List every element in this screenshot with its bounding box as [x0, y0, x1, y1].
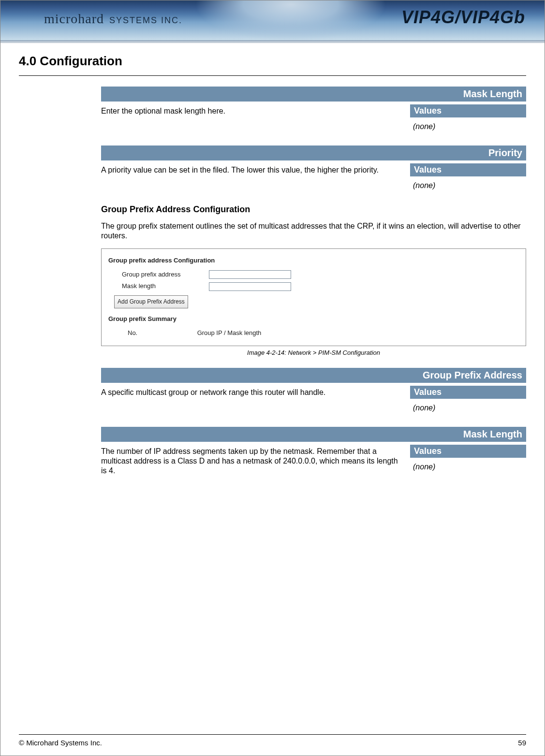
param-values: Values (none): [410, 386, 526, 412]
config-screenshot-panel: Group prefix address Configuration Group…: [101, 248, 526, 346]
header-banner: microhard SYSTEMS INC. VIP4G/VIP4Gb: [0, 0, 545, 40]
banner-highlight: [175, 0, 407, 40]
values-label: Values: [410, 104, 526, 117]
param-body: Enter the optional mask length here. Val…: [101, 104, 526, 131]
shot-label-group-prefix-address: Group prefix address: [122, 269, 209, 281]
add-group-prefix-address-button[interactable]: Add Group Prefix Address: [114, 295, 188, 308]
main-column: Mask Length Enter the optional mask leng…: [101, 87, 526, 476]
param-body: The number of IP address segments taken …: [101, 445, 526, 476]
product-name: VIP4G/VIP4Gb: [401, 7, 525, 28]
footer-divider: [19, 734, 526, 735]
param-block-group-prefix-address: Group Prefix Address A specific multicas…: [101, 368, 526, 412]
param-description: A specific multicast group or network ra…: [101, 386, 406, 397]
section-title: 4.0 Configuration: [19, 54, 526, 69]
param-block-priority: Priority A priority value can be set in …: [101, 145, 526, 190]
page: microhard SYSTEMS INC. VIP4G/VIP4Gb 4.0 …: [0, 0, 545, 756]
values-default: (none): [410, 399, 526, 412]
footer-copyright: © Microhard Systems Inc.: [19, 739, 102, 747]
values-label: Values: [410, 445, 526, 458]
values-default: (none): [410, 117, 526, 131]
shot-summary-header: Group prefix Summary: [108, 313, 519, 325]
shot-label-mask-length: Mask length: [122, 280, 209, 292]
company-logo: microhard SYSTEMS INC.: [44, 11, 182, 27]
group-prefix-address-input[interactable]: [209, 270, 291, 279]
page-footer: © Microhard Systems Inc. 59: [19, 734, 526, 747]
subsection-title: Group Prefix Address Configuration: [101, 204, 526, 215]
values-label: Values: [410, 386, 526, 399]
content-area: 4.0 Configuration Mask Length Enter the …: [0, 43, 545, 476]
footer-page-number: 59: [518, 739, 526, 747]
mask-length-input[interactable]: [209, 282, 291, 291]
values-default: (none): [410, 458, 526, 471]
param-title: Mask Length: [101, 87, 526, 102]
company-name-main: microhard: [44, 11, 104, 26]
param-description: A priority value can be set in the filed…: [101, 163, 406, 175]
shot-header: Group prefix address Configuration: [108, 255, 519, 267]
param-body: A priority value can be set in the filed…: [101, 163, 526, 190]
shot-row-mask-length: Mask length: [108, 280, 519, 292]
param-values: Values (none): [410, 163, 526, 190]
subsection-description: The group prefix statement outlines the …: [101, 221, 526, 241]
footer-row: © Microhard Systems Inc. 59: [19, 739, 526, 747]
company-name-sub: SYSTEMS INC.: [106, 15, 182, 25]
param-block-mask-length: Mask Length Enter the optional mask leng…: [101, 87, 526, 131]
image-caption: Image 4-2-14: Network > PIM-SM Configura…: [101, 349, 526, 356]
shot-col-no: No.: [128, 327, 195, 339]
param-block-mask-length-2: Mask Length The number of IP address seg…: [101, 427, 526, 476]
param-description: The number of IP address segments taken …: [101, 445, 406, 476]
param-title: Mask Length: [101, 427, 526, 442]
section-divider: [19, 75, 526, 76]
shot-col-group-ip: Group IP / Mask length: [197, 329, 262, 336]
values-default: (none): [410, 176, 526, 190]
param-description: Enter the optional mask length here.: [101, 104, 406, 116]
param-body: A specific multicast group or network ra…: [101, 386, 526, 412]
param-values: Values (none): [410, 104, 526, 131]
param-title: Priority: [101, 145, 526, 160]
shot-row-group-prefix-address: Group prefix address: [108, 269, 519, 281]
values-label: Values: [410, 163, 526, 176]
param-title: Group Prefix Address: [101, 368, 526, 383]
shot-summary-columns: No. Group IP / Mask length: [108, 327, 519, 339]
param-values: Values (none): [410, 445, 526, 471]
